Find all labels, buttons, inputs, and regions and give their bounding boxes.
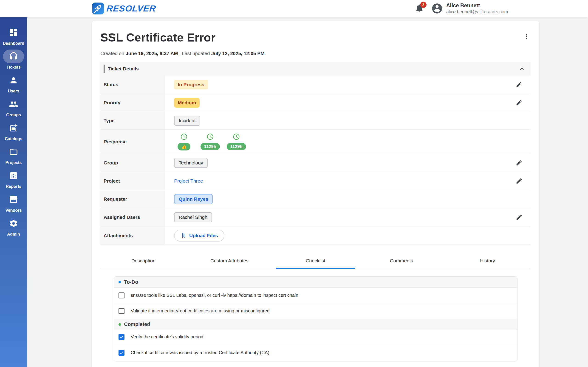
headset-icon	[9, 52, 18, 61]
upload-files-button[interactable]: Upload Files	[174, 230, 225, 242]
app-logo[interactable]: RESOLVER	[92, 2, 156, 15]
person-icon	[9, 76, 18, 85]
checklist-panel: To-Do snsUse tools like SSL Labs, openss…	[114, 276, 518, 361]
panel-title: Ticket Details	[108, 66, 139, 72]
bar-chart-icon	[9, 171, 18, 180]
ticket-details-table: Status In Progress Priority Medium Type …	[100, 75, 531, 245]
detail-row-status: Status In Progress	[100, 75, 531, 94]
kebab-menu-icon	[523, 33, 530, 40]
sidebar-item-catalogs[interactable]: Catalogs	[0, 119, 27, 143]
sidebar-item-tickets[interactable]: Tickets	[0, 48, 27, 72]
user-email: alice.bennett@alliterators.com	[446, 9, 508, 15]
requester-chip[interactable]: Quinn Reyes	[174, 194, 213, 204]
top-bar: RESOLVER 8 Alice Bennett alice.bennett@a…	[0, 0, 588, 17]
clock-icon	[180, 133, 188, 141]
clock-icon	[233, 133, 240, 141]
sla-pill-thumbs-up: 👍	[178, 143, 190, 150]
notification-badge: 8	[420, 2, 426, 8]
detail-row-response: Response 👍 1129h 1129h	[100, 129, 531, 154]
checkbox-unchecked[interactable]	[119, 292, 124, 298]
avatar-icon	[431, 2, 443, 15]
checklist-item: snsUse tools like SSL Labs, openssl, or …	[114, 288, 517, 303]
people-icon	[9, 100, 18, 109]
edit-project-icon[interactable]	[516, 177, 523, 184]
user-name: Alice Bennett	[446, 2, 508, 9]
gear-icon	[9, 219, 18, 228]
edit-group-icon[interactable]	[516, 159, 523, 166]
sidebar-item-admin[interactable]: Admin	[0, 215, 27, 239]
edit-status-icon[interactable]	[516, 81, 523, 88]
chevron-up-icon	[518, 65, 526, 73]
assigned-user-chip: Rachel Singh	[174, 212, 212, 222]
storefront-icon	[9, 195, 18, 204]
notifications-button[interactable]: 8	[415, 3, 425, 14]
priority-badge: Medium	[174, 98, 199, 108]
tab-history[interactable]: History	[444, 255, 531, 269]
ticket-details-header[interactable]: Ticket Details	[100, 62, 531, 75]
detail-row-attachments: Attachments Upload Files	[100, 226, 531, 244]
response-sla-3: 1129h	[226, 133, 246, 150]
sidebar-item-vendors[interactable]: Vendors	[0, 191, 27, 215]
checkbox-unchecked[interactable]	[119, 308, 124, 314]
tab-checklist[interactable]: Checklist	[272, 255, 359, 269]
created-updated-line: Created on June 19, 2025, 9:37 AM , Last…	[100, 51, 531, 56]
folder-icon	[9, 147, 18, 156]
group-chip: Technology	[174, 158, 208, 168]
detail-row-group: Group Technology	[100, 154, 531, 172]
response-sla-group: 👍 1129h 1129h	[174, 130, 246, 154]
rocket-logo-icon	[92, 2, 104, 15]
check-icon	[119, 335, 124, 339]
page-title: SSL Certificate Error	[100, 31, 531, 44]
edit-assigned-icon[interactable]	[516, 214, 523, 221]
response-sla-2: 1129h	[200, 133, 220, 150]
tab-description[interactable]: Description	[100, 255, 187, 269]
detail-row-project: Project Project Three	[100, 172, 531, 190]
check-icon	[119, 350, 124, 355]
checklist-item: Validate if intermediate/root certificat…	[114, 303, 517, 319]
checklist-section-completed: Completed	[114, 319, 517, 330]
sla-pill-hours: 1129h	[200, 143, 220, 150]
panel-accent-bar	[104, 65, 104, 73]
sidebar-item-projects[interactable]: Projects	[0, 143, 27, 167]
response-sla-1: 👍	[174, 133, 194, 150]
detail-tabs: Description Custom Attributes Checklist …	[100, 255, 531, 269]
detail-row-priority: Priority Medium	[100, 94, 531, 112]
checklist-section-todo: To-Do	[114, 277, 517, 288]
checkbox-checked[interactable]	[119, 334, 124, 340]
checklist-item: Check if certificate was issued by a tru…	[114, 344, 517, 361]
checkbox-checked[interactable]	[119, 350, 124, 356]
collapse-button[interactable]	[518, 65, 526, 73]
clock-icon	[206, 133, 214, 141]
tab-custom-attributes[interactable]: Custom Attributes	[187, 255, 273, 269]
sidebar-item-reports[interactable]: Reports	[0, 167, 27, 191]
paperclip-icon	[181, 233, 187, 239]
sla-pill-hours: 1129h	[227, 143, 246, 150]
note-add-icon	[9, 123, 18, 133]
edit-priority-icon[interactable]	[516, 99, 523, 106]
completed-dot-icon	[119, 323, 121, 326]
checklist-item: Verify the certificate's validity period	[114, 330, 517, 344]
dashboard-icon	[9, 28, 18, 37]
project-link[interactable]: Project Three	[174, 178, 203, 184]
sidebar-nav: Dashboard Tickets Users Groups Catalogs …	[0, 17, 27, 367]
todo-dot-icon	[119, 281, 121, 283]
type-chip: Incident	[174, 116, 200, 126]
detail-row-type: Type Incident	[100, 112, 531, 129]
user-menu[interactable]: Alice Bennett alice.bennett@alliterators…	[431, 2, 508, 15]
detail-row-requester: Requester Quinn Reyes	[100, 190, 531, 208]
tab-comments[interactable]: Comments	[359, 255, 445, 269]
logo-wordmark: RESOLVER	[106, 4, 156, 14]
status-badge: In Progress	[174, 80, 208, 90]
sidebar-item-dashboard[interactable]: Dashboard	[0, 24, 27, 48]
sidebar-item-users[interactable]: Users	[0, 72, 27, 95]
detail-row-assigned-users: Assigned Users Rachel Singh	[100, 208, 531, 226]
ticket-detail-card: SSL Certificate Error Created on June 19…	[92, 21, 539, 367]
more-options-button[interactable]	[522, 32, 532, 42]
sidebar-item-groups[interactable]: Groups	[0, 95, 27, 119]
